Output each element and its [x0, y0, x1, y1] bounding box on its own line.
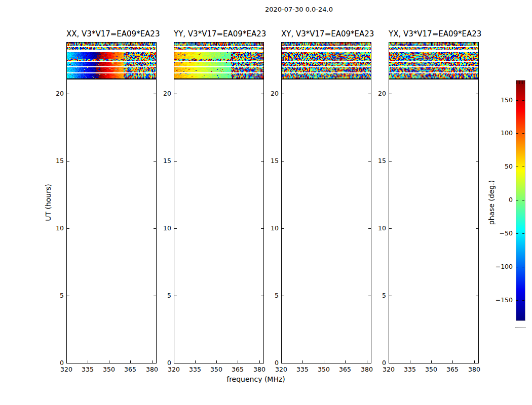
x-tick-mark — [152, 43, 153, 45]
x-tick-mark — [452, 43, 453, 45]
x-tick-mark — [259, 360, 260, 363]
x-tick-label: 365 — [229, 366, 247, 374]
y-tick-mark — [67, 94, 69, 94]
y-tick-label: 5 — [154, 292, 171, 300]
x-tick-label: 320 — [379, 366, 398, 374]
figure-root: 2020-07-30 0.0-24.0 XX, V3*V17=EA09*EA23… — [0, 0, 532, 405]
x-tick-mark — [88, 360, 88, 363]
y-tick-mark — [67, 228, 69, 229]
x-tick-mark — [452, 360, 453, 363]
x-tick-mark — [474, 360, 475, 363]
y-tick-label: 15 — [368, 157, 386, 165]
y-tick-mark — [174, 228, 177, 229]
y-tick-mark — [282, 161, 284, 161]
x-tick-mark — [66, 43, 67, 45]
colorbar-tick-mark — [522, 200, 524, 200]
colorbar-tick-mark — [522, 100, 524, 101]
y-tick-label: 10 — [46, 224, 64, 232]
x-tick-mark — [109, 43, 109, 45]
x-tick-mark — [216, 360, 217, 363]
x-tick-label: 365 — [336, 366, 354, 374]
y-axis-label: UT (hours) — [44, 172, 52, 233]
y-tick-label: 15 — [46, 157, 64, 165]
heatmap-canvas-xx — [67, 43, 156, 79]
x-tick-label: 335 — [293, 366, 312, 374]
x-tick-label: 335 — [79, 366, 97, 374]
colorbar-tick-mark — [522, 233, 524, 234]
x-tick-mark — [195, 360, 196, 363]
heatmap-panel-yx — [389, 42, 479, 363]
x-tick-label: 380 — [465, 366, 483, 374]
colorbar-tick-mark — [522, 133, 524, 134]
colorbar-tick-label: −50 — [491, 229, 513, 237]
x-tick-mark — [259, 43, 260, 45]
heatmap-panel-yy — [174, 42, 264, 363]
x-tick-mark — [281, 360, 282, 363]
x-tick-mark — [324, 43, 324, 45]
y-tick-label: 20 — [154, 90, 171, 98]
x-tick-mark — [66, 360, 67, 363]
x-tick-mark — [474, 43, 475, 45]
x-tick-label: 365 — [443, 366, 462, 374]
y-tick-mark — [476, 363, 478, 363]
x-tick-mark — [410, 43, 410, 45]
panel-title-xx: XX, V3*V17=EA09*EA23 — [66, 29, 157, 38]
x-tick-mark — [389, 360, 389, 363]
x-tick-mark — [324, 360, 324, 363]
y-tick-label: 15 — [154, 157, 171, 165]
panel-title-yx: YX, V3*V17=EA09*EA23 — [389, 29, 479, 38]
x-tick-label: 335 — [186, 366, 204, 374]
y-tick-label: 5 — [261, 292, 279, 300]
x-tick-label: 320 — [165, 366, 183, 374]
y-tick-mark — [389, 161, 392, 161]
y-tick-mark — [174, 296, 177, 296]
x-tick-mark — [174, 360, 174, 363]
x-tick-mark — [88, 43, 88, 45]
x-tick-mark — [109, 360, 109, 363]
x-tick-label: 350 — [100, 366, 118, 374]
y-tick-mark — [174, 161, 177, 161]
panel-title-xy: XY, V3*V17=EA09*EA23 — [281, 29, 371, 38]
x-tick-mark — [216, 43, 217, 45]
heatmap-canvas-yx — [389, 43, 478, 79]
colorbar-tick-label: 0 — [491, 196, 513, 204]
y-tick-mark — [282, 363, 284, 363]
colorbar-tick-mark — [516, 167, 518, 167]
y-tick-label: 5 — [46, 292, 64, 300]
panel-title-yy: YY, V3*V17=EA09*EA23 — [174, 29, 264, 38]
heatmap-panel-xy — [281, 42, 371, 363]
x-tick-mark — [130, 360, 131, 363]
x-tick-mark — [431, 360, 432, 363]
x-tick-mark — [345, 43, 346, 45]
plot-title: 2020-07-30 0.0-24.0 — [223, 6, 375, 13]
y-tick-mark — [389, 363, 392, 363]
y-tick-label: 15 — [261, 157, 279, 165]
y-tick-mark — [67, 296, 69, 296]
y-tick-mark — [282, 296, 284, 296]
colorbar-tick-mark — [516, 133, 518, 134]
x-tick-mark — [431, 43, 432, 45]
heatmap-panel-xx — [66, 42, 157, 363]
x-tick-mark — [410, 360, 410, 363]
y-tick-label: 10 — [368, 224, 386, 232]
x-tick-mark — [152, 360, 153, 363]
y-tick-mark — [282, 94, 284, 94]
x-tick-mark — [195, 43, 196, 45]
x-tick-mark — [367, 360, 367, 363]
x-tick-mark — [367, 43, 367, 45]
y-tick-label: 20 — [368, 90, 386, 98]
colorbar-tick-label: −100 — [491, 263, 513, 271]
x-tick-mark — [238, 43, 238, 45]
y-tick-label: 20 — [46, 90, 64, 98]
colorbar-tick-mark — [516, 100, 518, 101]
x-tick-label: 335 — [401, 366, 419, 374]
colorbar-tick-label: −150 — [491, 296, 513, 304]
y-tick-mark — [174, 94, 177, 94]
heatmap-canvas-yy — [174, 43, 263, 79]
colorbar-tick-mark — [516, 233, 518, 234]
y-tick-mark — [476, 94, 478, 94]
y-tick-mark — [282, 228, 284, 229]
x-tick-mark — [345, 360, 346, 363]
y-tick-mark — [389, 94, 392, 94]
y-tick-label: 5 — [368, 292, 386, 300]
